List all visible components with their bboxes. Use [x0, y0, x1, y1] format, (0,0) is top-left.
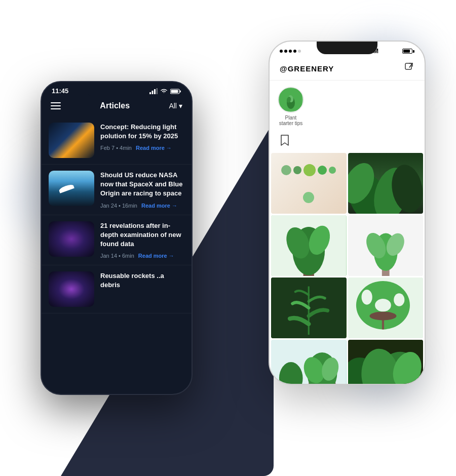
svg-rect-0	[149, 92, 151, 94]
status-icons	[149, 88, 181, 94]
article-title-3: 21 revelations after in-depth examinatio…	[100, 221, 184, 249]
read-more-button-3[interactable]: Read more →	[138, 253, 174, 259]
photo-cell-7[interactable]	[271, 340, 347, 385]
filter-button[interactable]: All ▾	[169, 102, 182, 110]
svg-point-32	[369, 311, 396, 320]
galaxy-image	[49, 221, 94, 257]
article-list: Concept: Reducing light polution for 15%…	[42, 116, 192, 319]
article-title-4: Reusable rockets ..a debris	[100, 271, 184, 290]
article-date-3: Jan 14 • 6min	[100, 253, 134, 259]
battery-icon-white	[402, 49, 414, 54]
article-content-3: 21 revelations after in-depth examinatio…	[100, 221, 184, 259]
photo-grid	[270, 153, 425, 385]
signal-icon	[149, 88, 158, 94]
filter-chevron: ▾	[179, 102, 182, 110]
wifi-icon-dark	[160, 88, 168, 94]
white-app-header: @GREENERY	[270, 57, 425, 81]
svg-point-29	[375, 299, 391, 311]
dark-app-header: Articles All ▾	[42, 97, 192, 116]
dark-phone: 11:45	[41, 81, 193, 395]
dark-phone-notch	[84, 82, 149, 96]
article-content-1: Concept: Reducing light polution for 15%…	[100, 123, 184, 158]
article-meta-3: Jan 14 • 6min Read more →	[100, 253, 184, 259]
svg-rect-2	[154, 89, 156, 94]
article-item[interactable]: 21 revelations after in-depth examinatio…	[42, 215, 192, 266]
earth-image	[49, 123, 94, 158]
partial-image	[49, 271, 94, 307]
stories-row: Plantstarter tips	[270, 81, 425, 132]
bookmark-icon[interactable]	[280, 134, 290, 149]
svg-point-30	[361, 290, 372, 305]
svg-rect-6	[180, 90, 181, 92]
story-label: Plantstarter tips	[279, 115, 303, 126]
article-thumb-2	[49, 171, 94, 206]
article-thumb-3	[49, 221, 94, 257]
article-meta-1: Feb 7 • 4min Read more →	[100, 145, 184, 151]
scene: 11:45	[0, 0, 456, 476]
svg-rect-5	[171, 90, 178, 93]
profile-handle: @GREENERY	[280, 64, 334, 73]
photo-cell-1[interactable]	[271, 153, 347, 214]
bookmark-row	[270, 132, 425, 153]
hamburger-button[interactable]	[51, 102, 61, 109]
svg-rect-1	[152, 91, 154, 94]
white-phone: 3:15 PM @GREENERY	[269, 41, 426, 385]
article-item[interactable]: Concept: Reducing light polution for 15%…	[42, 116, 192, 165]
article-date-2: Jan 24 • 16min	[100, 203, 137, 209]
svg-rect-3	[157, 88, 158, 94]
photo-cell-3[interactable]	[271, 215, 347, 276]
photo-cell-4[interactable]	[348, 215, 424, 276]
article-title-1: Concept: Reducing light polution for 15%…	[100, 123, 184, 141]
white-phone-notch	[317, 42, 377, 54]
photo-cell-5[interactable]	[271, 277, 347, 338]
article-date-1: Feb 7 • 4min	[100, 145, 132, 151]
avatar-image	[280, 89, 302, 111]
read-more-button-2[interactable]: Read more →	[141, 203, 177, 209]
articles-title: Articles	[100, 101, 130, 110]
svg-point-31	[394, 293, 404, 306]
article-thumb-4	[49, 271, 94, 307]
article-meta-2: Jan 24 • 16min Read more →	[100, 203, 184, 209]
article-content-2: Should US reduce NASA now that SpaceX an…	[100, 171, 184, 209]
filter-label: All	[169, 102, 177, 110]
article-thumb-1	[49, 123, 94, 158]
photo-cell-6[interactable]	[348, 277, 424, 338]
photo-cell-2[interactable]	[348, 153, 424, 214]
signal-dots	[280, 50, 301, 53]
share-icon[interactable]	[404, 62, 414, 75]
space-image	[49, 171, 94, 206]
read-more-button-1[interactable]: Read more →	[136, 145, 172, 151]
battery-icon-dark	[170, 88, 181, 94]
article-content-4: Reusable rockets ..a debris	[100, 271, 184, 307]
story-avatar	[278, 87, 304, 113]
photo-cell-8[interactable]	[348, 340, 424, 385]
story-item[interactable]: Plantstarter tips	[278, 87, 304, 126]
dark-phone-time: 11:45	[52, 87, 68, 95]
article-title-2: Should US reduce NASA now that SpaceX an…	[100, 171, 184, 199]
article-item[interactable]: Should US reduce NASA now that SpaceX an…	[42, 165, 192, 215]
article-item[interactable]: Reusable rockets ..a debris	[42, 265, 192, 313]
